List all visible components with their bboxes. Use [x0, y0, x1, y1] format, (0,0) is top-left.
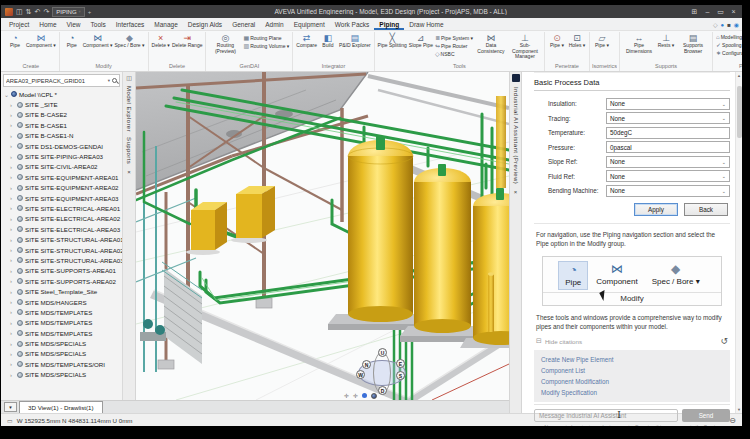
pipe-button[interactable]: ◔Pipe [5, 32, 25, 49]
chevron-collapsed-icon[interactable]: › [10, 299, 15, 305]
pipe-system-button[interactable]: ≣Pipe System ▾ [435, 34, 473, 41]
pipe-isometrics-button[interactable]: ▱Pipe ▾ [592, 32, 612, 49]
spec-bore-button[interactable]: ◆Spec / Bore ▾ [114, 32, 146, 49]
tree-item[interactable]: ›SITE B-CASE2 [1, 110, 122, 120]
chevron-collapsed-icon[interactable]: › [10, 195, 15, 201]
chevron-collapsed-icon[interactable]: › [10, 226, 15, 232]
slope-ref-dropdown[interactable]: None⌄ [606, 156, 730, 168]
explorer-search-input[interactable] [6, 78, 106, 84]
tree-item[interactable]: ›SITE SITE-STRUCTURAL-AREA01 [1, 234, 122, 244]
tree-item[interactable]: ›SITE SITE-STRUCTURAL-AREA03 [1, 255, 122, 265]
temperature-input[interactable]: 50degC [606, 127, 730, 139]
chevron-collapsed-icon[interactable]: › [10, 174, 15, 180]
compare-button[interactable]: ⇄Compare [295, 32, 318, 49]
tree-item[interactable]: ›SITE MDS/SPECIALS [1, 370, 122, 380]
insulation-dropdown[interactable]: None⌄ [606, 98, 730, 110]
chevron-collapsed-icon[interactable]: › [10, 361, 15, 367]
component-button[interactable]: ⋈Component ▾ [25, 32, 57, 49]
tree-item[interactable]: ›SITE SITE-ELECTRICAL-AREA03 [1, 224, 122, 234]
redo-icon[interactable]: ↷ [43, 8, 49, 16]
chevron-collapsed-icon[interactable]: › [10, 216, 15, 222]
info-icon[interactable]: ● [721, 22, 725, 28]
modelling-button[interactable]: ⌂Modelling ▾ [716, 34, 742, 40]
connect-icon[interactable]: ⇅ [26, 8, 32, 16]
strip-tab-model-explorer[interactable]: Model Explorer [126, 86, 132, 132]
chevron-collapsed-icon[interactable]: › [10, 320, 15, 326]
back-button[interactable]: Back [684, 203, 728, 216]
tree-item[interactable]: ›SITE SITE-EQUIPMENT-AREA02 [1, 183, 122, 193]
chevron-collapsed-icon[interactable]: › [10, 185, 15, 191]
pid-explorer-button[interactable]: ▤P&ID Explorer [338, 32, 372, 49]
pipe-penetrate-button[interactable]: ⊙Pipe ▾ [547, 32, 567, 49]
pipe-splitting-button[interactable]: ╳Pipe Splitting [377, 32, 408, 49]
diamond-icon[interactable]: ◇ [713, 21, 718, 28]
chevron-collapsed-icon[interactable]: › [10, 372, 15, 378]
chevron-collapsed-icon[interactable]: › [10, 112, 15, 118]
chevron-collapsed-icon[interactable]: › [10, 143, 15, 149]
citation-link-component-list[interactable]: Component List [541, 365, 723, 376]
chevron-collapsed-icon[interactable]: › [10, 205, 15, 211]
pressure-input[interactable]: 0pascal [606, 141, 730, 153]
tree-root[interactable]: ⌄Model \\CPL * [1, 89, 122, 99]
tree-item[interactable]: ›SITE DS1-DEMOS-GENDAI [1, 141, 122, 151]
compass-gizmo[interactable]: UNEWSD [357, 351, 409, 397]
tree-item[interactable]: ›SITE MDS/SPECIALS [1, 338, 122, 348]
rests-button[interactable]: ⊥Rests ▾ [656, 32, 676, 49]
scroll-thumb[interactable] [737, 86, 742, 138]
sub-component-manager-button[interactable]: ⊥Sub-Component Manager [508, 32, 542, 60]
compass-w-button[interactable]: W [356, 370, 365, 379]
undo-icon[interactable]: ↶ [35, 8, 41, 16]
chevron-collapsed-icon[interactable]: › [10, 257, 15, 263]
scroll-down-icon[interactable]: ▼ [737, 407, 741, 412]
hide-citations-toggle[interactable]: Hide citations [545, 338, 582, 345]
chevron-collapsed-icon[interactable]: › [10, 237, 15, 243]
holes-button[interactable]: ⊡Holes ▾ [567, 32, 587, 49]
delete-button[interactable]: ×Delete ▾ [151, 32, 171, 49]
tree-item[interactable]: ›SITE _SITE [1, 99, 122, 109]
tree-item[interactable]: ›SITE SITE-PIPING-AREA03 [1, 151, 122, 161]
ribbon-tab-general[interactable]: General [227, 20, 260, 30]
help-icon[interactable]: ◉ [734, 21, 739, 28]
pipe-dimensions-button[interactable]: ↔Pipe Dimensions [622, 32, 656, 54]
tree-item[interactable]: ›SITE SITE-ELECTRICAL-AREA01 [1, 203, 122, 213]
ribbon-tab-manage[interactable]: Manage [149, 20, 183, 30]
chevron-down-icon[interactable]: ▾ [108, 78, 110, 83]
tree-item[interactable]: ›SITE SITE-EQUIPMENT-AREA03 [1, 193, 122, 203]
record-icon[interactable]: ■ [727, 22, 731, 28]
minimize-icon[interactable]: – [703, 8, 712, 16]
tree-item[interactable]: ›SITE SITE-ELECTRICAL-AREA02 [1, 214, 122, 224]
search-icon[interactable] [112, 78, 117, 83]
ribbon-tab-project[interactable]: Project [4, 20, 34, 30]
routing-plane-button[interactable]: ▦Routing Plane [243, 34, 289, 41]
spec-bore-preview-button[interactable]: ◆Spec / Bore ▾ [646, 261, 706, 290]
chevron-collapsed-icon[interactable]: › [10, 309, 15, 315]
assistant-tab-label[interactable]: Industrial AI Assistant (Preview) [513, 87, 519, 184]
locator-dot-icon[interactable] [362, 393, 367, 398]
spooling-checks-button[interactable]: ✓Spooling & Checks ▾ [716, 41, 742, 48]
chevron-collapsed-icon[interactable]: › [10, 278, 15, 284]
tree-item[interactable]: ›SITE B-CASE1-N [1, 131, 122, 141]
tree-item[interactable]: ›SITE MDS/HANGERS [1, 297, 122, 307]
scroll-up-icon[interactable]: ▲ [737, 73, 741, 78]
save-icon[interactable]: ◫ [16, 8, 23, 16]
workspace-dropdown[interactable]: PIPING▾ [52, 7, 85, 17]
component-preview-button[interactable]: ⋈Component [590, 261, 643, 290]
app-logo-icon[interactable] [5, 8, 13, 16]
globe-icon[interactable] [371, 393, 377, 399]
compass-d-button[interactable]: D [378, 386, 387, 395]
pipe-router-button[interactable]: ↬Pipe Router [435, 42, 473, 49]
strip-tab-supports[interactable]: Supports [126, 137, 132, 164]
ribbon-tab-view[interactable]: View [62, 20, 86, 30]
chevron-collapsed-icon[interactable]: › [10, 351, 15, 357]
chevron-collapsed-icon[interactable]: › [10, 154, 15, 160]
chevron-collapsed-icon[interactable]: › [10, 102, 15, 108]
compass-u-button[interactable]: U [378, 348, 387, 357]
ribbon-tab-tools[interactable]: Tools [86, 20, 111, 30]
chevron-collapsed-icon[interactable]: › [10, 133, 15, 139]
pan-icon[interactable]: ✛ [344, 392, 349, 399]
chevron-expanded-icon[interactable]: ⌄ [4, 91, 9, 98]
ribbon-tab-design-aids[interactable]: Design Aids [183, 20, 227, 30]
close-icon[interactable]: × [514, 189, 518, 195]
chevron-collapsed-icon[interactable]: › [10, 268, 15, 274]
delete-range-button[interactable]: ⇥Delete Range [171, 32, 204, 49]
